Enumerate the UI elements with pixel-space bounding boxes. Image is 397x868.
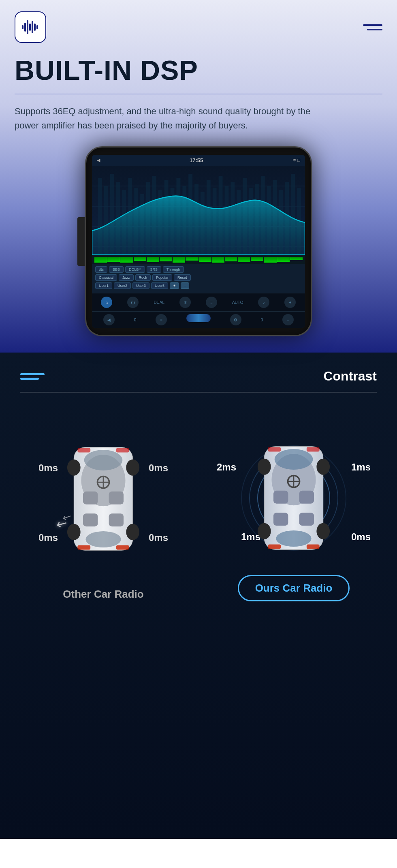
- nav-ac[interactable]: ≈: [206, 297, 217, 308]
- ours-car-button[interactable]: Ours Car Radio: [238, 575, 350, 601]
- svg-point-66: [275, 449, 313, 470]
- menu-button[interactable]: [363, 24, 382, 30]
- ours-timing-top-left: 2ms: [217, 462, 236, 473]
- preset-user3[interactable]: User3: [132, 282, 149, 289]
- svg-rect-5: [34, 24, 36, 31]
- effect-bbe[interactable]: BBB: [109, 266, 124, 273]
- ours-car-slot: 2ms 1ms 1ms 0ms: [209, 421, 379, 601]
- svg-rect-81: [268, 544, 281, 549]
- other-timing-bottom-left: 0ms: [38, 532, 58, 543]
- svg-rect-50: [109, 491, 124, 504]
- back-arrow: ◀: [97, 158, 100, 163]
- svg-point-48: [85, 531, 121, 547]
- effect-through[interactable]: Through: [163, 266, 184, 273]
- bottom-nav: ⌂ ⏻ DUAL ❄ ≈ AUTO ♪ +: [92, 293, 305, 311]
- ctrl-volume-down[interactable]: -: [282, 314, 294, 325]
- svg-point-78: [316, 523, 330, 539]
- contrast-title: Contrast: [323, 369, 377, 384]
- other-timing-bottom-right: 0ms: [149, 532, 168, 543]
- screen-status-icons: ≋ □: [292, 158, 300, 163]
- ctrl-slider[interactable]: [186, 314, 211, 322]
- device-frame: ◀ 17:55 ≋ □: [85, 146, 312, 336]
- svg-rect-1: [24, 23, 26, 32]
- svg-rect-51: [83, 513, 98, 526]
- other-car-label: Other Car Radio: [63, 588, 143, 601]
- header: [0, 0, 397, 51]
- other-car-svg: [63, 432, 144, 566]
- svg-rect-68: [273, 490, 288, 503]
- svg-rect-70: [273, 513, 288, 526]
- svg-rect-79: [268, 447, 281, 451]
- effect-dts[interactable]: dts: [95, 266, 107, 273]
- eq-chart: [92, 166, 305, 255]
- preset-classical[interactable]: Classical: [95, 274, 117, 281]
- ctrl-zero1: 0: [134, 314, 137, 325]
- nav-volume-up[interactable]: +: [284, 297, 296, 308]
- preset-popular[interactable]: Popular: [152, 274, 172, 281]
- nav-fan[interactable]: ❄: [179, 297, 191, 308]
- svg-rect-62: [77, 545, 90, 549]
- screen-top-bar: ◀ 17:55 ≋ □: [92, 155, 305, 166]
- svg-rect-0: [22, 25, 23, 29]
- ours-timing-top-right: 1ms: [351, 462, 371, 473]
- svg-rect-60: [77, 448, 90, 452]
- device-screen: ◀ 17:55 ≋ □: [92, 155, 305, 328]
- top-section: BUILT-IN DSP Supports 36EQ adjustment, a…: [0, 0, 397, 353]
- sound-wave-logo: [20, 17, 41, 37]
- preset-rock[interactable]: Rock: [135, 274, 151, 281]
- logo: [15, 11, 46, 43]
- other-car-slot: 0ms 0ms 0ms 0ms: [18, 422, 188, 601]
- effect-srs[interactable]: SRS: [147, 266, 162, 273]
- svg-point-56: [67, 459, 81, 475]
- subtitle: Supports 36EQ adjustment, and the ultra-…: [0, 99, 332, 142]
- effect-dolby[interactable]: DOLBY: [125, 266, 145, 273]
- nav-home[interactable]: ⌂: [101, 297, 112, 308]
- svg-point-77: [258, 523, 271, 539]
- nav-music[interactable]: ♪: [258, 297, 269, 308]
- title-divider: [15, 94, 382, 94]
- svg-rect-3: [29, 24, 31, 31]
- svg-rect-63: [116, 545, 129, 549]
- page-title: BUILT-IN DSP: [0, 51, 397, 89]
- bottom-controls: ◀ 0 ≡ ⚙ 0 -: [92, 311, 305, 328]
- preset-user5[interactable]: User5: [151, 282, 168, 289]
- preset-jazz[interactable]: Jazz: [119, 274, 134, 281]
- preset-user2[interactable]: User2: [114, 282, 131, 289]
- svg-rect-71: [299, 513, 314, 526]
- other-timing-top-left: 0ms: [38, 462, 58, 474]
- svg-point-58: [67, 524, 81, 540]
- ours-car-svg: [253, 431, 334, 565]
- other-car-image: 0ms 0ms 0ms 0ms: [47, 422, 160, 576]
- svg-point-57: [126, 459, 139, 475]
- svg-rect-2: [27, 20, 28, 34]
- ctrl-back[interactable]: ◀: [103, 314, 115, 325]
- other-timing-top-right: 0ms: [149, 462, 168, 474]
- bottom-section: Contrast 0ms 0ms 0ms 0ms: [0, 353, 397, 839]
- svg-point-75: [258, 458, 271, 475]
- svg-rect-69: [299, 490, 314, 503]
- contrast-header: Contrast: [0, 369, 397, 392]
- nav-power[interactable]: ⏻: [127, 297, 139, 308]
- nav-dual: DUAL: [154, 297, 164, 308]
- svg-point-47: [84, 450, 123, 470]
- meter-bars: [92, 255, 305, 264]
- preset-minus[interactable]: -: [181, 282, 189, 289]
- preset-user1[interactable]: User1: [95, 282, 112, 289]
- ctrl-settings[interactable]: ⚙: [230, 314, 241, 325]
- screen-time: 17:55: [190, 157, 203, 163]
- eq-svg: [92, 166, 305, 255]
- preset-reset[interactable]: Reset: [174, 274, 191, 281]
- screen-controls: dts BBB DOLBY SRS Through Classical Jazz…: [92, 264, 305, 293]
- preset-add[interactable]: +: [170, 282, 179, 289]
- svg-point-76: [316, 458, 330, 475]
- svg-rect-4: [32, 21, 33, 33]
- ctrl-menu[interactable]: ≡: [156, 314, 167, 325]
- svg-rect-49: [83, 491, 98, 504]
- ours-car-image: 2ms 1ms 1ms 0ms: [237, 421, 350, 575]
- contrast-divider: [20, 392, 377, 393]
- car-comparison: 0ms 0ms 0ms 0ms: [0, 413, 397, 618]
- device-container: ◀ 17:55 ≋ □: [0, 142, 397, 353]
- svg-rect-82: [307, 544, 320, 549]
- ours-timing-bottom-right: 0ms: [351, 531, 371, 543]
- svg-rect-80: [307, 447, 320, 451]
